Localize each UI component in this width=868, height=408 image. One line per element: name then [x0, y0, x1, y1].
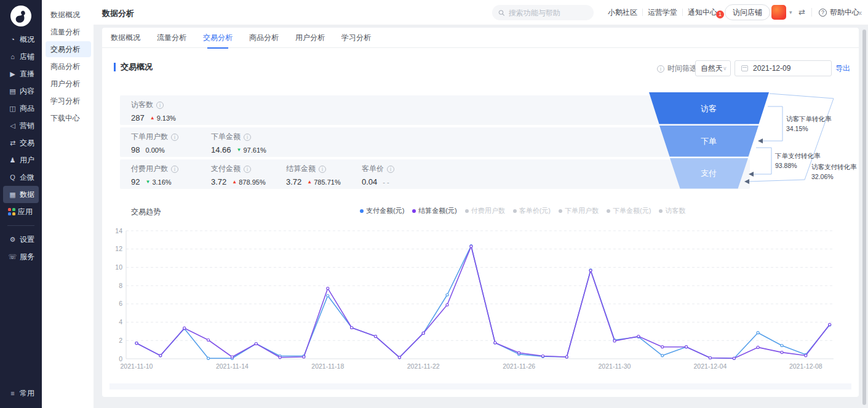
sidebar-item-店铺[interactable]: ⌂店铺 [3, 48, 39, 65]
switch-account-icon[interactable]: ⇄ [798, 7, 805, 17]
data-point[interactable] [709, 357, 711, 359]
search-box[interactable] [492, 5, 594, 20]
visit-shop-button[interactable]: 访问店铺 [725, 4, 770, 20]
data-point[interactable] [327, 287, 329, 290]
data-point[interactable] [279, 356, 281, 359]
sidebar-item-label: 数据 [20, 190, 34, 200]
subsidebar-item-数据概况[interactable]: 数据概况 [46, 7, 91, 23]
data-point[interactable] [589, 270, 592, 272]
data-point[interactable] [159, 354, 162, 357]
data-point[interactable] [255, 343, 257, 345]
vertical-scrollbar[interactable] [862, 30, 866, 405]
data-point[interactable] [183, 327, 186, 329]
data-point[interactable] [470, 245, 472, 247]
data-point[interactable] [303, 356, 305, 358]
legend-item-付费用户数[interactable]: 付费用户数 [465, 206, 505, 215]
data-point[interactable] [135, 342, 138, 345]
info-icon[interactable] [319, 166, 326, 173]
data-point[interactable] [494, 342, 496, 344]
data-point[interactable] [518, 351, 520, 354]
legend-item-下单金额(元)[interactable]: 下单金额(元) [607, 206, 651, 215]
data-point[interactable] [422, 332, 424, 334]
sidebar-item-设置[interactable]: ⚙设置 [3, 231, 39, 248]
legend-item-结算金额(元)[interactable]: 结算金额(元) [412, 206, 456, 215]
data-point[interactable] [375, 335, 377, 338]
sidebar-item-应用[interactable]: 应用 [3, 203, 39, 220]
metric-row-order: 下单用户数 98 0.00% 下单金额 14.66 ▼97.61% [120, 127, 750, 157]
topbar-link-小鹅社区[interactable]: 小鹅社区 [603, 7, 642, 18]
metric-pay-amount: 支付金额 3.72 ▲878.95% [211, 164, 291, 186]
legend-item-访客数[interactable]: 访客数 [659, 206, 685, 215]
sidebar-item-用户[interactable]: ♟用户 [3, 151, 39, 169]
data-point[interactable] [398, 356, 400, 359]
data-point[interactable] [805, 354, 807, 357]
info-icon[interactable] [244, 134, 251, 141]
data-point[interactable] [446, 294, 448, 296]
info-icon[interactable] [244, 166, 251, 173]
data-point[interactable] [446, 303, 448, 306]
data-point[interactable] [733, 357, 735, 359]
data-point[interactable] [781, 345, 783, 347]
sidebar-item-label: 店铺 [20, 52, 34, 62]
topbar-divider [811, 8, 812, 17]
data-point[interactable] [207, 339, 210, 342]
sidebar-item-交易[interactable]: ⇄交易 [3, 134, 39, 151]
sidebar-item-概况[interactable]: ◔概况 [3, 31, 39, 48]
data-point[interactable] [685, 346, 688, 348]
collapse-icon[interactable]: « [858, 8, 862, 17]
avatar-caret-icon[interactable]: ▾ [789, 9, 792, 15]
data-point[interactable] [231, 356, 233, 358]
info-icon[interactable] [387, 166, 394, 173]
sidebar-item-直播[interactable]: ▶直播 [3, 65, 39, 82]
legend-item-客单价(元)[interactable]: 客单价(元) [513, 206, 551, 215]
subsidebar-item-学习分析[interactable]: 学习分析 [46, 93, 91, 109]
info-icon[interactable] [156, 102, 164, 109]
data-point[interactable] [351, 327, 353, 329]
info-icon[interactable] [171, 134, 178, 141]
data-point[interactable] [661, 346, 664, 348]
tab-商品分析[interactable]: 商品分析 [249, 28, 279, 48]
data-point[interactable] [781, 351, 783, 354]
sidebar-item-营销[interactable]: ◁营销 [3, 117, 39, 134]
legend-item-下单用户数[interactable]: 下单用户数 [559, 206, 599, 215]
data-point[interactable] [637, 335, 640, 338]
legend-item-支付金额(元)[interactable]: 支付金额(元) [360, 206, 404, 215]
tab-流量分析[interactable]: 流量分析 [157, 28, 186, 48]
data-point[interactable] [207, 357, 210, 359]
info-icon[interactable] [171, 166, 178, 173]
sidebar-item-企微[interactable]: Q企微 [3, 169, 39, 186]
sidebar-item-数据[interactable]: ▦数据 [3, 186, 39, 203]
granularity-select[interactable]: 自然天 ∨ [695, 60, 731, 76]
tab-用户分析[interactable]: 用户分析 [295, 28, 325, 48]
subsidebar-item-交易分析[interactable]: 交易分析 [46, 41, 91, 57]
data-point[interactable] [327, 295, 329, 297]
main-panel: 数据概况流量分析交易分析商品分析用户分析学习分析 交易概况 时间筛选: 自然天 … [102, 28, 859, 397]
data-point[interactable] [829, 323, 831, 326]
export-button[interactable]: 导出 [835, 63, 850, 74]
sidebar-item-服务[interactable]: ☏服务 [3, 248, 39, 265]
avatar[interactable] [771, 5, 786, 20]
topbar-link-通知中心[interactable]: 通知中心1 [683, 7, 722, 18]
data-point[interactable] [542, 355, 544, 358]
topbar-link-运营学堂[interactable]: 运营学堂 [643, 7, 682, 18]
subsidebar-item-商品分析[interactable]: 商品分析 [46, 58, 91, 74]
sidebar-item-frequent[interactable]: ≡ 常用 [3, 385, 39, 402]
subsidebar-item-流量分析[interactable]: 流量分析 [46, 24, 91, 40]
sidebar-item-商品[interactable]: ◫商品 [3, 100, 39, 117]
data-point[interactable] [661, 354, 664, 357]
brand-logo[interactable] [10, 5, 32, 27]
date-picker[interactable]: 2021-12-09 [735, 60, 832, 76]
data-point[interactable] [757, 332, 759, 334]
tab-数据概况[interactable]: 数据概况 [111, 28, 140, 48]
tab-交易分析[interactable]: 交易分析 [203, 28, 233, 48]
data-point[interactable] [565, 356, 568, 358]
subsidebar-item-用户分析[interactable]: 用户分析 [46, 76, 91, 92]
metric-value: 98 [131, 145, 140, 154]
search-input[interactable] [509, 9, 587, 17]
tab-学习分析[interactable]: 学习分析 [341, 28, 371, 48]
data-point[interactable] [613, 340, 616, 342]
data-point[interactable] [757, 346, 759, 348]
subsidebar-item-下载中心[interactable]: 下载中心 [46, 110, 91, 126]
help-center-link[interactable]: 帮助中心 [819, 0, 859, 25]
sidebar-item-内容[interactable]: ▤内容 [3, 82, 39, 100]
